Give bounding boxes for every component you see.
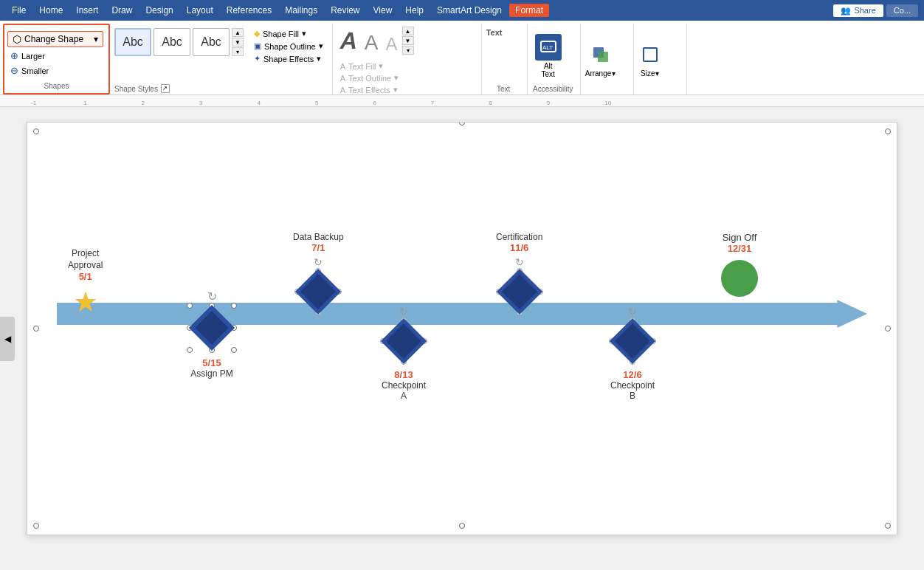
data-backup-node[interactable]: Data Backup 7/1 ↻ (293, 232, 344, 312)
certification-diamond (497, 269, 542, 315)
ruler-mark-0: -1 (30, 100, 38, 106)
assign-pm-diamond (189, 305, 235, 351)
canvas-sel-topleft[interactable] (459, 122, 465, 126)
accessibility-content: ALT AltText (532, 25, 565, 83)
text-style-buttons: A A A ▲ ▼ ▾ (337, 27, 414, 55)
text-style-a3[interactable]: A (383, 34, 401, 55)
document-canvas[interactable]: ProjectApproval 5/1 ★ ↻ (27, 122, 897, 535)
change-shape-button[interactable]: ⬡ Change Shape ▾ (7, 31, 103, 47)
menu-mailings[interactable]: Mailings (279, 4, 323, 17)
shape-outline-button[interactable]: ▣ Shape Outline ▾ (251, 41, 326, 52)
text-outline-icon: A (340, 74, 345, 83)
smaller-button[interactable]: ⊖ Smaller (7, 64, 103, 77)
wordart-scroll-expand[interactable]: ▾ (402, 46, 414, 55)
text-style-a2[interactable]: A (362, 31, 382, 55)
canvas-sel-bottomright[interactable] (885, 523, 891, 529)
checkpoint-a-rotate-handle[interactable]: ↻ (399, 306, 408, 317)
text-group-label: Text (497, 83, 510, 93)
data-backup-date: 7/1 (293, 242, 344, 253)
assign-pm-rotate-handle[interactable]: ↻ (207, 289, 217, 303)
menu-references[interactable]: References (221, 4, 277, 17)
handle-br[interactable] (231, 347, 237, 353)
checkpoint-a-date: 8/13 (382, 369, 426, 380)
abc-style-3[interactable]: Abc (193, 28, 230, 56)
ruler-mark-4: 4 (255, 100, 261, 106)
checkpoint-b-rotate-handle[interactable]: ↻ (628, 306, 637, 317)
shape-options: ◆ Shape Fill ▾ ▣ Shape Outline ▾ ✦ Shape… (251, 28, 326, 64)
certification-rotate-handle[interactable]: ↻ (515, 256, 524, 268)
shape-outline-dropdown: ▾ (319, 41, 323, 51)
shape-styles-expander[interactable]: ↗ (161, 84, 170, 93)
ruler-mark-5: 5 (314, 100, 320, 106)
app-wrapper: File Home Insert Draw Design Layout Refe… (0, 0, 924, 570)
text-fill-button[interactable]: A Text Fill ▾ (337, 61, 401, 72)
menu-smartart-design[interactable]: SmartArt Design (431, 4, 508, 17)
size-label: Size (641, 69, 655, 78)
handle-tl[interactable] (187, 303, 193, 309)
shape-effects-button[interactable]: ✦ Shape Effects ▾ (251, 53, 326, 64)
wordart-scroll-down[interactable]: ▼ (402, 36, 414, 45)
certification-node[interactable]: Certification 11/6 ↻ (496, 232, 542, 312)
menu-design[interactable]: Design (139, 4, 179, 17)
abc-2-label: Abc (162, 35, 182, 49)
sign-off-node[interactable]: Sign Off 12/31 (721, 232, 758, 297)
abc-style-2[interactable]: Abc (154, 28, 190, 56)
arrange-icon (589, 43, 613, 66)
wordart-scroll-up[interactable]: ▲ (402, 27, 414, 35)
certification-label-above: Certification 11/6 (496, 232, 542, 253)
panel-toggle-button[interactable]: ◀ (0, 317, 15, 361)
canvas-sel-bottommid[interactable] (459, 523, 465, 529)
text-effects-button[interactable]: A Text Effects ▾ (337, 84, 401, 95)
abc-style-1[interactable]: Abc (114, 28, 151, 56)
checkpoint-b-text: CheckpointB (610, 380, 655, 401)
handle-bl[interactable] (187, 347, 193, 353)
abc-1-label: Abc (123, 35, 143, 49)
ruler-mark-3: 3 (198, 100, 204, 106)
ruler-mark-10: 10 (603, 100, 613, 106)
share-button[interactable]: 👥 Share (833, 4, 883, 17)
text-outline-button[interactable]: A Text Outline ▾ (337, 72, 401, 83)
menu-file[interactable]: File (6, 4, 32, 17)
canvas-sel-topright-edge[interactable] (885, 128, 891, 134)
menu-view[interactable]: View (368, 4, 399, 17)
assign-pm-diamond-inner (195, 311, 228, 344)
data-backup-label-above: Data Backup 7/1 (293, 232, 344, 253)
menu-layout[interactable]: Layout (181, 4, 219, 17)
menu-review[interactable]: Review (325, 4, 365, 17)
checkpoint-b-node[interactable]: ↻ 12/6 CheckpointB (610, 306, 655, 401)
svg-rect-4 (644, 48, 657, 61)
accessibility-group: ALT AltText Accessibility (529, 24, 581, 95)
co-button[interactable]: Co... (886, 4, 918, 17)
scroll-down-button[interactable]: ▼ (232, 38, 244, 47)
menu-format[interactable]: Format (509, 4, 549, 17)
shape-fill-button[interactable]: ◆ Shape Fill ▾ (251, 28, 326, 39)
larger-button[interactable]: ⊕ Larger (7, 49, 103, 62)
checkpoint-b-diamond-inner (615, 323, 650, 359)
data-backup-rotate-handle[interactable]: ↻ (314, 256, 323, 268)
alt-text-button[interactable]: ALT AltText (532, 31, 565, 81)
ruler-mark-7: 7 (430, 100, 435, 106)
text-outline-dropdown: ▾ (394, 73, 399, 83)
change-shape-dropdown-icon: ▾ (94, 34, 98, 44)
menu-draw[interactable]: Draw (106, 4, 138, 17)
sign-off-circle (721, 260, 758, 297)
menu-insert[interactable]: Insert (70, 4, 104, 17)
text-style-a1[interactable]: A (337, 27, 360, 55)
canvas-sel-topmid[interactable] (33, 128, 39, 134)
data-backup-diamond (295, 269, 341, 315)
assign-pm-node[interactable]: ↻ (190, 306, 234, 379)
canvas-sel-right[interactable] (885, 326, 891, 332)
arrange-group: Arrange ▾ (582, 24, 634, 95)
checkpoint-b-diamond (610, 318, 655, 364)
menu-home[interactable]: Home (33, 4, 69, 17)
handle-tr[interactable] (231, 303, 237, 309)
canvas-sel-left[interactable] (33, 326, 39, 332)
checkpoint-a-node[interactable]: ↻ 8/13 CheckpointA (382, 306, 426, 401)
menu-help[interactable]: Help (399, 4, 430, 17)
ruler-mark-1: 1 (82, 100, 88, 106)
text-effects-icon: A (340, 86, 345, 95)
scroll-expand-button[interactable]: ▾ (232, 47, 244, 56)
canvas-sel-bottomleft[interactable] (33, 523, 39, 529)
scroll-up-button[interactable]: ▲ (232, 28, 244, 37)
accessibility-group-label: Accessibility (533, 83, 573, 93)
